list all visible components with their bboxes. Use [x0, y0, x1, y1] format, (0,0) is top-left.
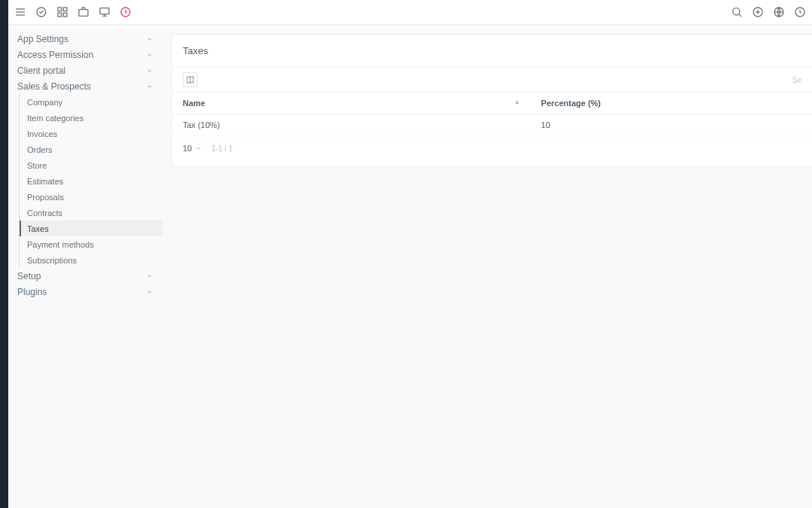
chevron-down-icon — [146, 67, 153, 75]
sidebar-item-proposals[interactable]: Proposals — [20, 189, 162, 205]
sort-asc-icon: ▲ — [514, 99, 520, 105]
sidebar-group-plugins[interactable]: Plugins — [8, 284, 162, 300]
cell-name: Tax (10%) — [172, 114, 531, 136]
cell-percentage: 10 — [531, 114, 812, 136]
sidebar-group-label: Plugins — [17, 287, 47, 297]
monitor-icon[interactable] — [98, 6, 111, 18]
svg-line-14 — [739, 14, 741, 17]
svg-rect-9 — [100, 8, 109, 14]
sidebar-item-subscriptions[interactable]: Subscriptions — [20, 252, 162, 268]
chevron-down-icon — [146, 35, 153, 43]
search-input[interactable]: Se — [792, 76, 801, 84]
sidebar-item-taxes[interactable]: Taxes — [20, 221, 162, 236]
chevron-down-icon — [195, 144, 202, 152]
add-circle-icon[interactable] — [752, 6, 764, 18]
column-header-name[interactable]: Name▲ — [172, 93, 531, 114]
topbar — [8, 0, 812, 25]
clock-in-icon[interactable] — [120, 6, 132, 18]
globe-icon[interactable] — [773, 6, 785, 18]
table-row[interactable]: Tax (10%) 10 — [172, 114, 812, 136]
sidebar-item-item-categories[interactable]: Item categories — [20, 110, 162, 126]
columns-button[interactable] — [183, 72, 198, 87]
page-size-select[interactable]: 10 — [183, 144, 202, 153]
sidebar-group-app-settings[interactable]: App Settings — [8, 31, 162, 47]
check-circle-icon[interactable] — [35, 6, 47, 18]
sidebar-subgroup: Company Item categories Invoices Orders … — [19, 94, 162, 268]
sidebar-group-setup[interactable]: Setup — [8, 268, 162, 284]
menu-icon[interactable] — [14, 6, 26, 18]
chevron-down-icon — [146, 288, 153, 296]
column-header-percentage[interactable]: Percentage (%) — [531, 93, 812, 114]
svg-rect-7 — [63, 13, 67, 17]
left-rail — [0, 0, 8, 508]
content-card: Taxes Se Name▲ Percentage (%) Tax (10%) … — [171, 34, 812, 167]
page-info: 1-1 / 1 — [211, 144, 232, 153]
table-toolbar: Se — [172, 67, 812, 93]
data-table: Name▲ Percentage (%) Tax (10%) 10 — [172, 93, 812, 136]
svg-rect-8 — [79, 10, 88, 17]
svg-rect-5 — [63, 8, 67, 11]
grid-icon[interactable] — [56, 6, 68, 18]
sidebar-group-client-portal[interactable]: Client portal — [8, 62, 162, 78]
sidebar-item-company[interactable]: Company — [20, 94, 162, 110]
sidebar-item-estimates[interactable]: Estimates — [20, 173, 162, 189]
sidebar-item-invoices[interactable]: Invoices — [20, 126, 162, 141]
sidebar-group-label: Client portal — [17, 65, 65, 76]
svg-rect-4 — [58, 8, 62, 11]
sidebar-item-payment-methods[interactable]: Payment methods — [20, 236, 162, 252]
sidebar-item-orders[interactable]: Orders — [20, 141, 162, 157]
svg-point-13 — [733, 8, 740, 15]
sidebar-group-access-permission[interactable]: Access Permission — [8, 47, 162, 62]
sidebar: App Settings Access Permission Client po… — [8, 0, 162, 508]
briefcase-icon[interactable] — [77, 6, 89, 18]
chevron-down-icon — [146, 272, 153, 280]
chevron-down-icon — [146, 51, 153, 59]
chevron-up-icon — [146, 83, 153, 90]
page-title: Taxes — [172, 45, 812, 67]
search-icon[interactable] — [731, 6, 743, 18]
sidebar-group-label: Access Permission — [17, 50, 93, 60]
sidebar-item-store[interactable]: Store — [20, 157, 162, 173]
sidebar-item-contracts[interactable]: Contracts — [20, 205, 162, 221]
clock-icon[interactable] — [794, 6, 806, 18]
pagination: 10 1-1 / 1 — [172, 136, 812, 153]
svg-rect-6 — [58, 13, 62, 17]
sidebar-group-label: App Settings — [17, 34, 68, 44]
sidebar-group-label: Setup — [17, 271, 41, 281]
main-content: Taxes Se Name▲ Percentage (%) Tax (10%) … — [162, 0, 812, 508]
sidebar-group-label: Sales & Prospects — [17, 81, 91, 92]
sidebar-group-sales-prospects[interactable]: Sales & Prospects — [8, 78, 162, 94]
